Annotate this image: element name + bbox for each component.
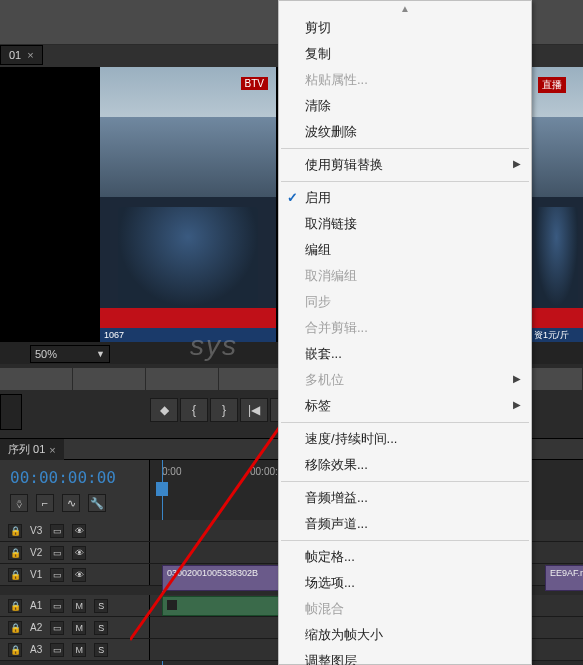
track-target-toggle[interactable]: ▭ (50, 643, 64, 657)
menu-item-label: 取消编组 (305, 268, 357, 283)
menu-item-label: 标签 (305, 398, 331, 413)
menu-item[interactable]: 场选项... (279, 570, 531, 596)
menu-item[interactable]: 编组 (279, 237, 531, 263)
menu-item-label: 粘贴属性... (305, 72, 368, 87)
news-ticker-sub: 1067 (100, 328, 276, 342)
menu-separator (281, 481, 529, 482)
track-name[interactable]: V1 (30, 569, 42, 580)
snap-button[interactable]: ⌐ (36, 494, 54, 512)
step-back-button[interactable]: |◀ (240, 398, 268, 422)
mute-toggle[interactable]: M (72, 621, 86, 635)
menu-item[interactable]: 调整图层 (279, 648, 531, 665)
mute-toggle[interactable]: M (72, 643, 86, 657)
menu-item-label: 音频增益... (305, 490, 368, 505)
track-target-toggle[interactable]: ▭ (50, 524, 64, 538)
menu-item[interactable]: 速度/持续时间... (279, 426, 531, 452)
lock-toggle[interactable]: 🔒 (8, 643, 22, 657)
timecode-display[interactable]: 00:00:00:00 (10, 468, 116, 487)
menu-item-label: 调整图层 (305, 653, 357, 665)
insert-mode-button[interactable]: ⎀ (10, 494, 28, 512)
audio-clip[interactable] (162, 596, 292, 616)
menu-item[interactable]: 剪切 (279, 15, 531, 41)
menu-item[interactable]: 帧定格... (279, 544, 531, 570)
close-icon[interactable]: × (49, 444, 55, 456)
track-name[interactable]: A3 (30, 644, 42, 655)
video-clip[interactable]: 03002001005338302B (162, 565, 292, 591)
news-ticker (100, 308, 276, 328)
menu-item: 粘贴属性... (279, 67, 531, 93)
transport-toggle[interactable] (0, 394, 22, 430)
track-name[interactable]: A1 (30, 600, 42, 611)
menu-item[interactable]: 使用剪辑替换▶ (279, 152, 531, 178)
menu-item[interactable]: 音频声道... (279, 511, 531, 537)
mark-out-button[interactable]: } (210, 398, 238, 422)
menu-resize-handle[interactable]: ▲ (279, 1, 531, 15)
add-marker-button[interactable]: ◆ (150, 398, 178, 422)
menu-item-label: 场选项... (305, 575, 355, 590)
solo-toggle[interactable]: S (94, 643, 108, 657)
visibility-toggle[interactable]: 👁 (72, 568, 86, 582)
preview-frame-right: 直播 资1元/斤 (530, 67, 583, 342)
scrub-seg (73, 368, 146, 390)
menu-separator (281, 540, 529, 541)
video-clip[interactable]: EE9AF.mp4 (545, 565, 583, 591)
close-icon[interactable]: × (27, 49, 33, 61)
track-name[interactable]: V2 (30, 547, 42, 558)
track-target-toggle[interactable]: ▭ (50, 599, 64, 613)
track-header: 🔒V1▭👁 (0, 564, 150, 585)
ruler-tick: 0:00 (162, 466, 181, 477)
news-ticker (530, 308, 583, 328)
track-target-toggle[interactable]: ▭ (50, 621, 64, 635)
news-ticker-sub: 资1元/斤 (530, 328, 583, 342)
source-tab[interactable]: 01 × (0, 45, 43, 65)
mute-toggle[interactable]: M (72, 599, 86, 613)
channel-badge: BTV (241, 77, 268, 90)
menu-item: 同步 (279, 289, 531, 315)
lock-toggle[interactable]: 🔒 (8, 524, 22, 538)
lock-toggle[interactable]: 🔒 (8, 599, 22, 613)
lock-toggle[interactable]: 🔒 (8, 621, 22, 635)
lock-toggle[interactable]: 🔒 (8, 546, 22, 560)
menu-item[interactable]: 缩放为帧大小 (279, 622, 531, 648)
menu-item-label: 复制 (305, 46, 331, 61)
menu-item[interactable]: ✓启用 (279, 185, 531, 211)
track-name[interactable]: A2 (30, 622, 42, 633)
track-header: 🔒A3▭MS (0, 639, 150, 660)
visibility-toggle[interactable]: 👁 (72, 546, 86, 560)
sequence-settings-button[interactable]: 🔧 (88, 494, 106, 512)
menu-item[interactable]: 波纹删除 (279, 119, 531, 145)
menu-item[interactable]: 移除效果... (279, 452, 531, 478)
lock-toggle[interactable]: 🔒 (8, 568, 22, 582)
clip-label: EE9AF.mp4 (550, 568, 583, 578)
menu-item[interactable]: 复制 (279, 41, 531, 67)
menu-item[interactable]: 标签▶ (279, 393, 531, 419)
track-header: 🔒V2▭👁 (0, 542, 150, 563)
menu-item-label: 使用剪辑替换 (305, 157, 383, 172)
mark-in-button[interactable]: { (180, 398, 208, 422)
solo-toggle[interactable]: S (94, 599, 108, 613)
linked-selection-button[interactable]: ∿ (62, 494, 80, 512)
menu-item-label: 同步 (305, 294, 331, 309)
track-target-toggle[interactable]: ▭ (50, 546, 64, 560)
solo-toggle[interactable]: S (94, 621, 108, 635)
menu-item[interactable]: 取消链接 (279, 211, 531, 237)
zoom-select[interactable]: 50% ▼ (30, 345, 110, 363)
track-target-toggle[interactable]: ▭ (50, 568, 64, 582)
playhead-handle[interactable] (156, 482, 168, 496)
submenu-arrow-icon: ▶ (513, 158, 521, 169)
menu-item-label: 合并剪辑... (305, 320, 368, 335)
menu-item-label: 速度/持续时间... (305, 431, 397, 446)
clip-context-menu[interactable]: ▲剪切复制粘贴属性...清除波纹删除使用剪辑替换▶✓启用取消链接编组取消编组同步… (278, 0, 532, 665)
menu-item-label: 取消链接 (305, 216, 357, 231)
track-header: 🔒V3▭👁 (0, 520, 150, 541)
menu-item[interactable]: 音频增益... (279, 485, 531, 511)
menu-separator (281, 148, 529, 149)
menu-item: 多机位▶ (279, 367, 531, 393)
menu-item[interactable]: 清除 (279, 93, 531, 119)
menu-item-label: 编组 (305, 242, 331, 257)
track-name[interactable]: V3 (30, 525, 42, 536)
timeline-header: 00:00:00:00 ⎀ ⌐ ∿ 🔧 (0, 460, 150, 520)
visibility-toggle[interactable]: 👁 (72, 524, 86, 538)
menu-item[interactable]: 嵌套... (279, 341, 531, 367)
sequence-tab[interactable]: 序列 01 × (0, 439, 64, 460)
